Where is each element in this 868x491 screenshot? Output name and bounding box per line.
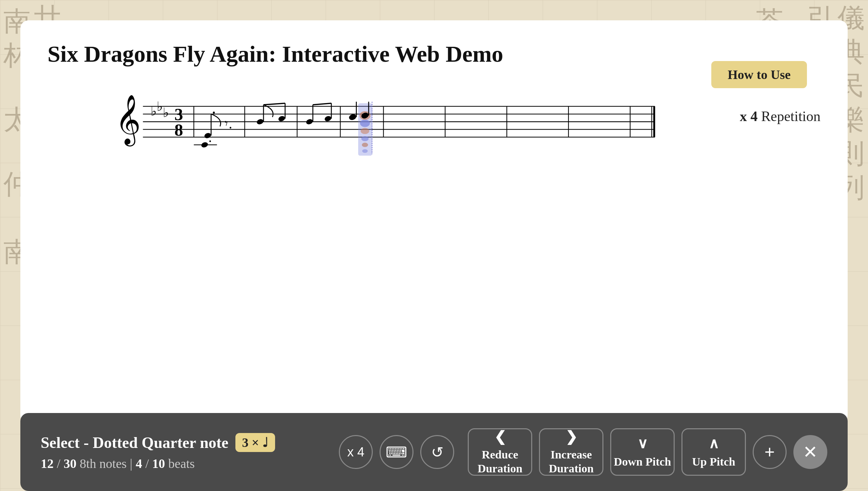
eighth-current: 12	[41, 456, 54, 471]
svg-text:•: •	[209, 138, 211, 145]
eighth-separator: /	[57, 456, 64, 471]
svg-text:♭: ♭	[157, 99, 163, 114]
toolbar-icon-buttons: x 4 ⌨ ↺	[339, 435, 454, 469]
svg-point-20	[278, 115, 286, 122]
page-title: Six Dragons Fly Again: Interactive Web D…	[47, 41, 821, 67]
close-icon: ✕	[803, 442, 818, 462]
increase-duration-label: Increase Duration	[540, 448, 602, 476]
note-name-row: Select - Dotted Quarter note 3 × ♩	[41, 433, 275, 452]
repetition-label: x 4 Repetition	[740, 108, 821, 124]
repetitions-label: x 4	[347, 445, 365, 459]
sheet-music-area: 𝄞 ♭ ♭ ♭ 3 8 • 𝄾 •	[47, 88, 821, 410]
note-badge: 3 × ♩	[235, 433, 275, 452]
eighth-unit: 8th notes	[80, 456, 127, 471]
note-badge-text: 3 × ♩	[242, 435, 269, 450]
svg-text:•: •	[229, 124, 232, 132]
up-pitch-icon: ∧	[709, 435, 719, 452]
down-pitch-button[interactable]: ∨ Down Pitch	[610, 428, 675, 476]
staff-container: 𝄞 ♭ ♭ ♭ 3 8 • 𝄾 •	[47, 88, 719, 156]
keyboard-button[interactable]: ⌨	[380, 435, 413, 469]
beat-unit: beats	[168, 456, 195, 471]
up-pitch-label: Up Pitch	[692, 455, 735, 469]
replay-button[interactable]: ↺	[420, 435, 454, 469]
svg-text:♭: ♭	[163, 105, 169, 120]
svg-point-18	[256, 118, 264, 125]
svg-line-28	[313, 103, 331, 105]
beat-total: 10	[152, 456, 165, 471]
svg-line-22	[264, 103, 285, 105]
svg-text:♭: ♭	[151, 104, 157, 118]
note-counts: 12 / 30 8th notes | 4 / 10 beats	[41, 456, 275, 471]
music-staff: 𝄞 ♭ ♭ ♭ 3 8 • 𝄾 •	[47, 88, 719, 156]
svg-point-40	[362, 143, 368, 147]
svg-point-39	[361, 136, 369, 141]
bottom-toolbar: Select - Dotted Quarter note 3 × ♩ 12 / …	[20, 413, 848, 491]
increase-duration-button[interactable]: ❯ Increase Duration	[539, 428, 603, 476]
reduce-duration-icon: ❮	[494, 428, 506, 445]
svg-point-41	[362, 149, 368, 153]
keyboard-icon: ⌨	[386, 444, 407, 461]
svg-point-26	[324, 115, 332, 122]
increase-duration-icon: ❯	[565, 428, 577, 445]
beat-current: 4	[136, 456, 142, 471]
svg-text:8: 8	[174, 120, 183, 139]
how-to-use-button[interactable]: How to Use	[711, 61, 807, 88]
repetition-text: Repetition	[761, 109, 821, 124]
close-button[interactable]: ✕	[793, 435, 827, 469]
svg-text:𝄞: 𝄞	[115, 95, 141, 146]
eighth-total: 30	[64, 456, 77, 471]
svg-point-24	[305, 118, 313, 125]
replay-icon: ↺	[431, 444, 444, 461]
main-panel: Six Dragons Fly Again: Interactive Web D…	[20, 20, 848, 423]
up-pitch-button[interactable]: ∧ Up Pitch	[681, 428, 746, 476]
svg-point-30	[200, 141, 209, 149]
add-icon: +	[765, 442, 775, 462]
svg-point-37	[360, 120, 370, 127]
svg-point-38	[361, 128, 369, 134]
note-info: Select - Dotted Quarter note 3 × ♩ 12 / …	[41, 433, 275, 471]
toolbar-action-buttons: ❮ Reduce Duration ❯ Increase Duration ∨ …	[468, 428, 827, 476]
note-select-label: Select - Dotted Quarter note	[41, 434, 229, 452]
down-pitch-icon: ∨	[637, 435, 648, 452]
repetitions-button[interactable]: x 4	[339, 435, 373, 469]
reduce-duration-button[interactable]: ❮ Reduce Duration	[468, 428, 532, 476]
repetition-count: x 4	[740, 109, 758, 124]
add-button[interactable]: +	[753, 435, 787, 469]
reduce-duration-label: Reduce Duration	[469, 448, 531, 476]
down-pitch-label: Down Pitch	[614, 455, 671, 469]
